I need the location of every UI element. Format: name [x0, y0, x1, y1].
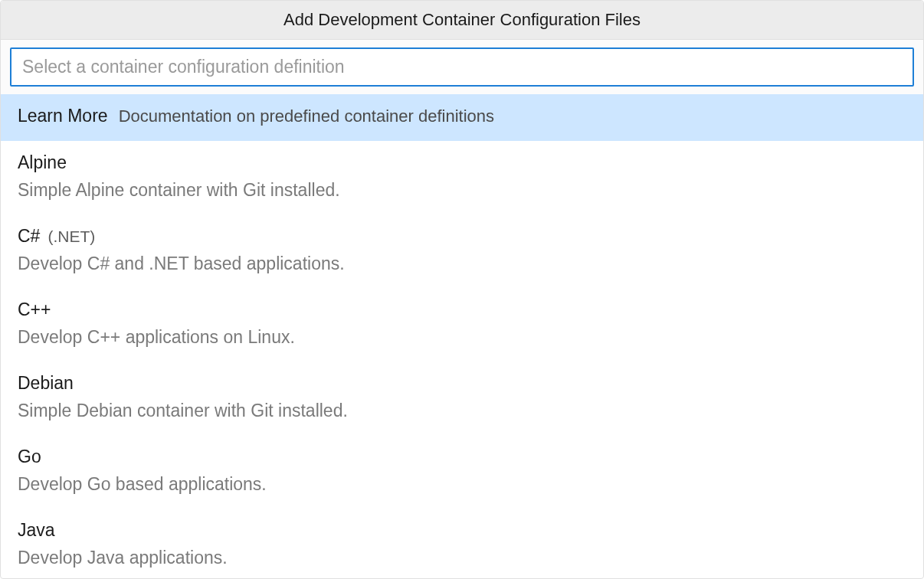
list-item[interactable]: Go Develop Go based applications.: [1, 435, 923, 509]
learn-more-description: Documentation on predefined container de…: [119, 105, 494, 129]
item-description: Develop Go based applications.: [18, 472, 906, 496]
item-description: Develop C# and .NET based applications.: [18, 251, 906, 276]
options-list[interactable]: Learn More Documentation on predefined c…: [1, 94, 923, 578]
item-title: C++: [18, 299, 51, 322]
list-item[interactable]: C# (.NET) Develop C# and .NET based appl…: [1, 214, 923, 288]
item-title: Go: [18, 446, 41, 469]
dialog-title: Add Development Container Configuration …: [1, 1, 923, 40]
item-description: Develop Java applications.: [18, 545, 906, 570]
item-title: Java: [18, 519, 55, 542]
search-input[interactable]: [10, 47, 914, 87]
item-title-row: Java: [18, 519, 906, 542]
dialog-title-text: Add Development Container Configuration …: [283, 10, 641, 29]
list-item[interactable]: Debian Simple Debian container with Git …: [1, 361, 923, 435]
item-description: Simple Alpine container with Git install…: [18, 178, 906, 202]
item-title-row: Alpine: [18, 152, 906, 175]
learn-more-item[interactable]: Learn More Documentation on predefined c…: [1, 94, 923, 141]
list-item[interactable]: Java Develop Java applications.: [1, 509, 923, 578]
quickpick-container: Add Development Container Configuration …: [0, 0, 924, 579]
search-wrapper: [1, 40, 923, 94]
list-item[interactable]: C++ Develop C++ applications on Linux.: [1, 288, 923, 361]
learn-more-label: Learn More: [18, 105, 108, 128]
item-title: Debian: [18, 372, 74, 395]
item-title-row: C# (.NET): [18, 225, 906, 248]
item-title-row: C++: [18, 299, 906, 322]
item-title-row: Go: [18, 446, 906, 469]
item-description: Develop C++ applications on Linux.: [18, 325, 906, 349]
item-title: Alpine: [18, 152, 67, 175]
list-item[interactable]: Alpine Simple Alpine container with Git …: [1, 141, 923, 214]
item-title-row: Debian: [18, 372, 906, 395]
item-description: Simple Debian container with Git install…: [18, 398, 906, 423]
item-hint: (.NET): [48, 227, 95, 246]
item-title: C#: [18, 225, 40, 248]
